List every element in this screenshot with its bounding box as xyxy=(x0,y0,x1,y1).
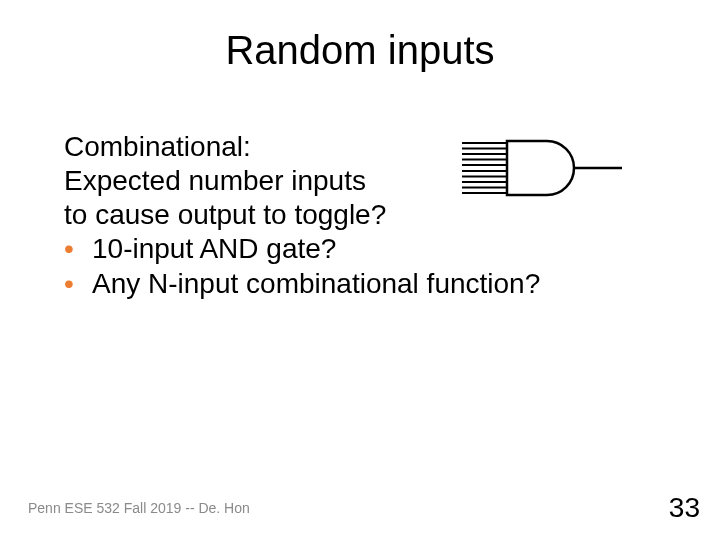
page-number: 33 xyxy=(669,492,700,524)
bullet-text: Any N-input combinational function? xyxy=(92,267,540,301)
slide-title: Random inputs xyxy=(0,0,720,73)
bullet-mark-icon: • xyxy=(64,232,82,266)
bullet-mark-icon: • xyxy=(64,267,82,301)
bullet-text: 10-input AND gate? xyxy=(92,232,336,266)
and-gate-icon xyxy=(452,133,627,207)
footer-text: Penn ESE 532 Fall 2019 -- De. Hon xyxy=(28,500,250,516)
bullet-item: • Any N-input combinational function? xyxy=(64,267,680,301)
bullet-item: • 10-input AND gate? xyxy=(64,232,680,266)
